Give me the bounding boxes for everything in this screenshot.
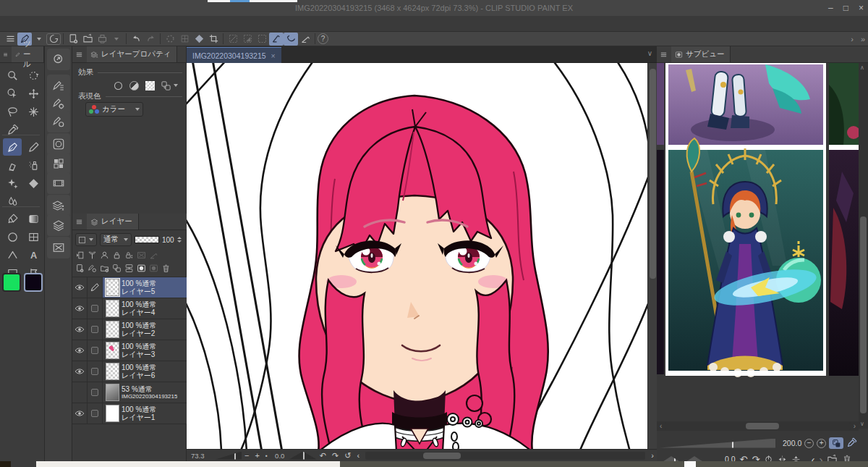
zoom-reset-icon[interactable]: ▪ — [263, 450, 271, 461]
ruler-range-icon[interactable] — [148, 249, 160, 261]
close-button[interactable]: × — [859, 3, 864, 13]
tool-fill[interactable] — [3, 210, 22, 227]
layer-row[interactable]: 100 %通常 レイヤー4 — [72, 298, 187, 319]
palette-color-dropdown[interactable] — [75, 233, 97, 246]
tool-move-layer[interactable] — [24, 85, 43, 102]
zoom-in-icon[interactable]: + — [252, 450, 262, 461]
tool-decoration[interactable] — [3, 174, 22, 192]
undo-icon[interactable] — [129, 33, 143, 46]
layer-thumbnail[interactable] — [106, 321, 119, 338]
layer-row[interactable]: 100 %通常 レイヤー2 — [72, 319, 187, 340]
dock-material-icon[interactable] — [47, 172, 70, 194]
lock-layer-icon[interactable] — [111, 249, 123, 261]
panel-menu-icon[interactable] — [75, 218, 83, 226]
layer-draw-target-cell[interactable] — [88, 403, 103, 424]
layer-draw-target-cell[interactable] — [88, 319, 103, 340]
apply-mask-icon[interactable] — [148, 262, 160, 274]
new-folder-icon[interactable] — [98, 262, 111, 274]
subview-switch-image-button[interactable] — [829, 437, 843, 449]
layer-visibility-toggle[interactable] — [72, 361, 88, 382]
tool-gradient[interactable] — [24, 210, 43, 227]
convert-selection-icon[interactable] — [226, 33, 240, 46]
tool-airbrush[interactable] — [24, 156, 43, 174]
merge-layer-icon[interactable] — [123, 262, 135, 274]
zoom-percent-value[interactable]: 73.3 — [191, 452, 216, 460]
tool-eyedropper[interactable] — [3, 121, 22, 138]
dock-sub-tool-icon[interactable] — [47, 133, 70, 155]
tool-zoom[interactable] — [3, 67, 22, 84]
layer-draw-target-cell[interactable] — [88, 298, 103, 319]
subview-zoom-slider[interactable] — [660, 439, 775, 448]
effect-more-chevron-icon[interactable] — [174, 84, 178, 87]
rotate-right-icon[interactable]: ↷ — [329, 450, 341, 461]
tool-pen[interactable] — [3, 138, 22, 156]
layer-visibility-toggle[interactable] — [72, 277, 88, 298]
layer-property-tab[interactable]: レイヤープロパティ — [87, 46, 177, 62]
clip-to-layer-icon[interactable] — [74, 249, 86, 261]
dock-navigator-icon[interactable] — [47, 237, 70, 258]
zoom-slider[interactable] — [216, 452, 242, 460]
tool-eraser[interactable] — [24, 174, 43, 192]
rotate-slider[interactable] — [289, 452, 317, 460]
tab-list-chevron-icon[interactable]: ∨ — [647, 49, 652, 57]
tool-blend[interactable] — [3, 193, 22, 210]
help-icon[interactable]: ? — [318, 33, 328, 44]
tool-selection-lasso[interactable] — [3, 103, 22, 120]
effect-tone-icon[interactable] — [126, 78, 142, 93]
layer-thumbnail[interactable] — [106, 384, 119, 401]
blend-mode-dropdown[interactable]: 通常 — [100, 233, 132, 246]
layer-row[interactable]: 100 %通常 レイヤー5 — [72, 277, 187, 298]
dock-brush-size-icon[interactable] — [47, 111, 70, 132]
tool-operation[interactable] — [3, 85, 22, 102]
scroll-down-icon[interactable]: ∨ — [860, 421, 864, 427]
lock-transparent-icon[interactable] — [123, 249, 135, 261]
tool-auto-select[interactable] — [24, 103, 43, 120]
effect-border-icon[interactable] — [110, 78, 126, 93]
tool-text[interactable] — [24, 246, 43, 264]
layer-visibility-toggle[interactable] — [72, 382, 88, 403]
dock-quick-access-icon[interactable] — [47, 49, 70, 70]
tool-rotate-view[interactable] — [24, 67, 43, 84]
rotate-left-icon[interactable]: ↶ — [317, 450, 329, 461]
panel-menu-icon[interactable] — [660, 51, 668, 59]
layer-panel-tab[interactable]: レイヤー — [87, 214, 139, 230]
main-color-swatch[interactable] — [2, 273, 21, 292]
subview-image[interactable] — [657, 63, 859, 429]
layer-row[interactable]: 100 %通常 レイヤー3 — [72, 340, 187, 361]
subview-vertical-scrollbar[interactable]: ∧ ∨ — [859, 63, 868, 429]
delete-layer-icon[interactable] — [160, 262, 172, 274]
layer-thumbnail[interactable] — [106, 405, 119, 422]
tool-palette-tab[interactable]: ツール — [12, 46, 44, 62]
layer-visibility-toggle[interactable] — [72, 298, 88, 319]
subview-horizontal-scrollbar[interactable]: ‹ › — [657, 421, 859, 431]
draft-layer-icon[interactable] — [98, 249, 111, 261]
canvas[interactable] — [187, 63, 647, 449]
new-canvas-icon[interactable] — [66, 33, 80, 46]
scroll-right-icon[interactable]: › — [648, 450, 657, 461]
zoom-out-icon[interactable]: − — [242, 450, 252, 461]
clip-studio-home-icon[interactable] — [46, 33, 61, 45]
layer-draw-target-cell[interactable] — [88, 277, 103, 298]
layer-mask-icon[interactable] — [135, 262, 148, 274]
effect-layer-color-icon[interactable] — [158, 78, 174, 93]
panel-menu-icon[interactable] — [75, 51, 83, 59]
layer-thumbnail[interactable] — [106, 279, 119, 296]
dock-layer-icon[interactable] — [47, 214, 70, 236]
subview-zoom-value[interactable]: 200.0 — [783, 439, 801, 447]
save-icon[interactable] — [95, 33, 109, 46]
scroll-left-icon[interactable]: ‹ — [657, 422, 665, 430]
subview-zoom-out-icon[interactable]: − — [804, 439, 814, 448]
layer-thumbnail[interactable] — [106, 342, 119, 359]
layer-visibility-toggle[interactable] — [72, 403, 88, 424]
layer-thumbnail[interactable] — [106, 363, 119, 380]
deselect-icon[interactable] — [255, 33, 269, 46]
fill-object-icon[interactable] — [192, 33, 206, 46]
open-file-icon[interactable] — [80, 33, 95, 46]
new-raster-layer-icon[interactable] — [74, 262, 86, 274]
expression-color-dropdown[interactable]: カラー — [85, 102, 143, 117]
layer-draw-target-cell[interactable] — [88, 361, 103, 382]
canvas-tab[interactable]: IMG20220304193215 × — [187, 47, 281, 63]
layer-draw-target-cell[interactable] — [88, 340, 103, 361]
subview-tab[interactable]: サブビュー — [671, 46, 731, 62]
layer-row[interactable]: 100 %通常 レイヤー6 — [72, 361, 187, 382]
